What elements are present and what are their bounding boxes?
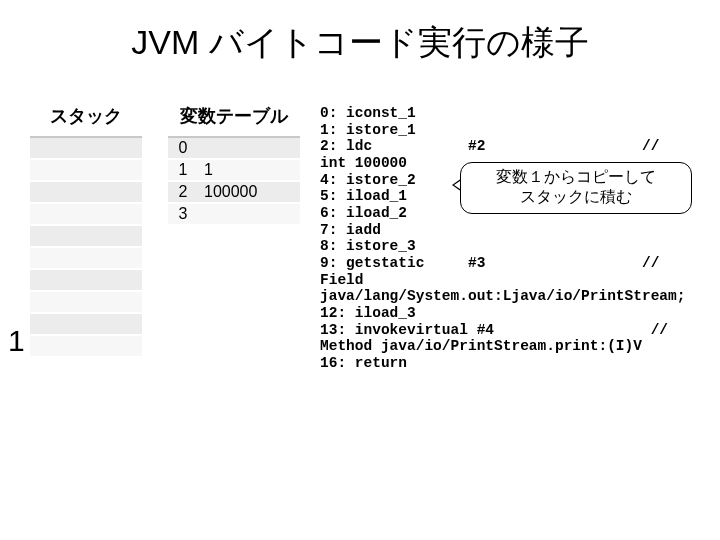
slide-title: JVM バイトコード実行の様子: [0, 20, 720, 66]
variable-row: 0: [168, 138, 300, 160]
stack-row: [30, 270, 142, 292]
variable-index: 2: [168, 182, 198, 202]
variable-value: [198, 138, 300, 158]
variable-table: 変数テーブル 0 1 1 2 100000 3: [168, 96, 300, 226]
bytecode-listing: 0: iconst_1 1: istore_1 2: ldc #2 // int…: [320, 105, 700, 372]
variable-value: 1: [198, 160, 300, 180]
stack-row: [30, 182, 142, 204]
variable-table-header: 変数テーブル: [168, 96, 300, 138]
stack-row: [30, 160, 142, 182]
callout-bubble: 変数１からコピーして スタックに積む: [460, 162, 692, 214]
callout-line: 変数１からコピーして: [496, 168, 656, 185]
stack-row: [30, 226, 142, 248]
variable-index: 0: [168, 138, 198, 158]
pushed-value: 1: [8, 324, 25, 358]
stack-row: [30, 314, 142, 336]
variable-row: 2 100000: [168, 182, 300, 204]
stack-row: [30, 248, 142, 270]
variable-index: 3: [168, 204, 198, 224]
stack-row: [30, 292, 142, 314]
variable-row: 3: [168, 204, 300, 226]
stack-row: [30, 204, 142, 226]
stack-table: スタック: [30, 96, 142, 358]
stack-row: [30, 336, 142, 358]
variable-row: 1 1: [168, 160, 300, 182]
stack-header: スタック: [30, 96, 142, 138]
variable-value: 100000: [198, 182, 300, 202]
callout-line: スタックに積む: [520, 188, 632, 205]
stack-row: [30, 138, 142, 160]
variable-index: 1: [168, 160, 198, 180]
variable-value: [198, 204, 300, 224]
